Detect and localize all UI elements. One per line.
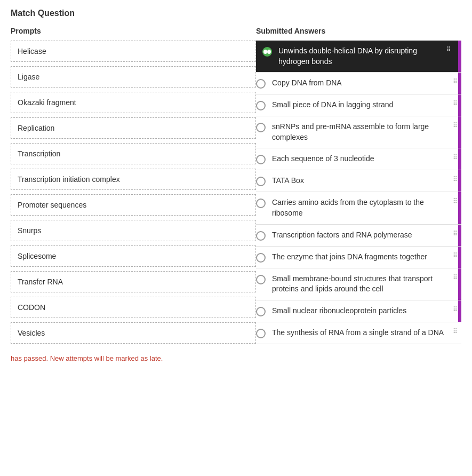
purple-bar bbox=[458, 41, 461, 72]
page-title: Match Question bbox=[11, 9, 461, 18]
prompt-item[interactable]: Ligase bbox=[11, 66, 256, 88]
answer-radio[interactable] bbox=[256, 177, 266, 186]
answer-item[interactable]: Unwinds double-helical DNA by disrupting… bbox=[256, 41, 461, 73]
prompt-item[interactable]: Transfer RNA bbox=[11, 271, 256, 292]
answer-item[interactable]: Small membrane-bound structures that tra… bbox=[256, 268, 461, 300]
answer-text: Unwinds double-helical DNA by disrupting… bbox=[278, 46, 442, 67]
answers-header: Submitted Answers bbox=[256, 27, 461, 35]
answer-row: Unwinds double-helical DNA by disrupting… bbox=[256, 41, 461, 73]
answers-list: Unwinds double-helical DNA by disrupting… bbox=[256, 41, 461, 344]
answer-item[interactable]: Copy DNA from DNA⠿ bbox=[256, 73, 461, 94]
purple-bar bbox=[458, 247, 461, 268]
answer-item[interactable]: snRNPs and pre-mRNA assemble to form lar… bbox=[256, 116, 461, 148]
purple-bar bbox=[458, 116, 461, 148]
answer-row: Copy DNA from DNA⠿ bbox=[256, 73, 461, 94]
prompt-item[interactable]: Transcription bbox=[11, 143, 256, 164]
answer-text: Small piece of DNA in lagging strand bbox=[272, 100, 449, 110]
answer-text: TATA Box bbox=[272, 176, 449, 186]
answer-radio[interactable] bbox=[256, 329, 266, 338]
prompts-header: Prompts bbox=[11, 27, 256, 35]
answer-text: The synthesis of RNA from a single stran… bbox=[272, 328, 449, 338]
prompt-item[interactable]: Vesicles bbox=[11, 322, 256, 344]
answer-radio[interactable] bbox=[256, 155, 266, 164]
answer-row: The synthesis of RNA from a single stran… bbox=[256, 322, 461, 344]
purple-bar bbox=[458, 225, 461, 246]
answer-radio[interactable] bbox=[256, 123, 266, 132]
answer-radio[interactable] bbox=[256, 275, 266, 284]
answer-radio[interactable] bbox=[256, 199, 266, 208]
answer-row: Carries amino acids from the cytoplasm t… bbox=[256, 192, 461, 224]
prompts-list: HelicaseLigaseOkazaki fragmentReplicatio… bbox=[11, 41, 256, 344]
prompt-item[interactable]: Transcription initiation complex bbox=[11, 169, 256, 190]
purple-bar bbox=[458, 148, 461, 170]
purple-bar bbox=[458, 73, 461, 94]
answer-radio[interactable] bbox=[256, 253, 266, 263]
answer-item[interactable]: Small nuclear ribonucleoprotein particle… bbox=[256, 300, 461, 322]
drag-handle-icon[interactable]: ⠿ bbox=[453, 328, 461, 335]
purple-bar bbox=[458, 94, 461, 116]
answer-text: Each sequence of 3 nucleotide bbox=[272, 154, 449, 164]
answer-text: The enzyme that joins DNA fragments toge… bbox=[272, 252, 449, 263]
answer-item[interactable]: Small piece of DNA in lagging strand⠿ bbox=[256, 94, 461, 116]
answer-item[interactable]: The synthesis of RNA from a single stran… bbox=[256, 322, 461, 344]
drag-handle-icon[interactable]: ⠿ bbox=[446, 46, 455, 53]
answer-item[interactable]: Carries amino acids from the cytoplasm t… bbox=[256, 192, 461, 224]
answer-text: Transcription factors and RNA polymerase bbox=[272, 230, 449, 241]
answer-row: Small nuclear ribonucleoprotein particle… bbox=[256, 300, 461, 322]
footer-note: has passed. New attempts will be marked … bbox=[11, 354, 461, 362]
answer-item[interactable]: TATA Box⠿ bbox=[256, 170, 461, 192]
answer-text: snRNPs and pre-mRNA assemble to form lar… bbox=[272, 122, 449, 142]
answer-text: Copy DNA from DNA bbox=[272, 78, 449, 89]
prompt-item[interactable]: CODON bbox=[11, 297, 256, 318]
purple-bar bbox=[458, 170, 461, 192]
answer-row: The enzyme that joins DNA fragments toge… bbox=[256, 247, 461, 268]
prompt-item[interactable]: Promoter sequences bbox=[11, 194, 256, 216]
answer-row: Each sequence of 3 nucleotide⠿ bbox=[256, 148, 461, 170]
prompt-item[interactable]: Splicesome bbox=[11, 245, 256, 267]
answer-radio[interactable] bbox=[256, 231, 266, 241]
answer-row: Small membrane-bound structures that tra… bbox=[256, 268, 461, 300]
purple-bar bbox=[458, 192, 461, 224]
prompt-item[interactable]: Snurps bbox=[11, 220, 256, 241]
answer-row: Small piece of DNA in lagging strand⠿ bbox=[256, 94, 461, 116]
purple-bar bbox=[458, 268, 461, 300]
answer-text: Small nuclear ribonucleoprotein particle… bbox=[272, 306, 449, 316]
answer-radio[interactable] bbox=[256, 307, 266, 316]
answer-item[interactable]: Each sequence of 3 nucleotide⠿ bbox=[256, 148, 461, 170]
answer-radio[interactable] bbox=[256, 79, 266, 89]
answer-radio[interactable] bbox=[262, 47, 272, 57]
answer-item[interactable]: The enzyme that joins DNA fragments toge… bbox=[256, 247, 461, 268]
purple-bar bbox=[458, 300, 461, 322]
answer-text: Carries amino acids from the cytoplasm t… bbox=[272, 197, 449, 218]
answer-text: Small membrane-bound structures that tra… bbox=[272, 274, 449, 295]
prompt-item[interactable]: Okazaki fragment bbox=[11, 92, 256, 113]
answer-row: Transcription factors and RNA polymerase… bbox=[256, 225, 461, 247]
prompt-item[interactable]: Replication bbox=[11, 117, 256, 139]
prompt-item[interactable]: Helicase bbox=[11, 41, 256, 62]
answer-item[interactable]: Transcription factors and RNA polymerase… bbox=[256, 225, 461, 247]
answer-radio[interactable] bbox=[256, 101, 266, 110]
answer-row: TATA Box⠿ bbox=[256, 170, 461, 192]
answer-row: snRNPs and pre-mRNA assemble to form lar… bbox=[256, 116, 461, 148]
